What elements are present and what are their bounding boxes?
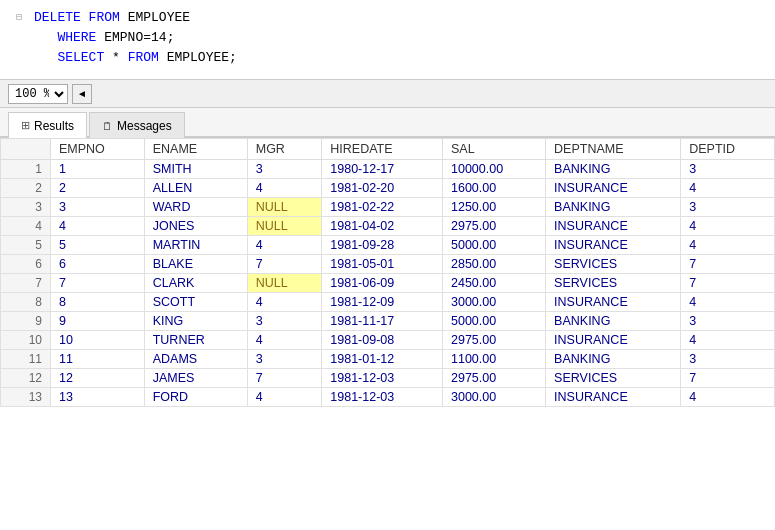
cell-rownum: 10 (1, 331, 51, 350)
cell-sal: 2975.00 (443, 217, 546, 236)
tab-messages[interactable]: 🗒 Messages (89, 112, 185, 138)
cell-hiredate: 1981-02-20 (322, 179, 443, 198)
cell-ename[interactable]: BLAKE (144, 255, 247, 274)
cell-hiredate: 1981-02-22 (322, 198, 443, 217)
cell-ename[interactable]: JONES (144, 217, 247, 236)
cell-empno[interactable]: 13 (51, 388, 145, 407)
cell-hiredate: 1981-01-12 (322, 350, 443, 369)
table-row: 1212JAMES71981-12-032975.00SERVICES7 (1, 369, 775, 388)
cell-sal: 2450.00 (443, 274, 546, 293)
cell-deptid: 7 (681, 255, 775, 274)
results-table: EMPNO ENAME MGR HIREDATE SAL DEPTNAME DE… (0, 138, 775, 407)
cell-empno[interactable]: 11 (51, 350, 145, 369)
cell-empno[interactable]: 10 (51, 331, 145, 350)
cell-rownum: 3 (1, 198, 51, 217)
cell-deptid: 4 (681, 236, 775, 255)
cell-mgr[interactable]: 3 (247, 160, 322, 179)
col-header-sal: SAL (443, 139, 546, 160)
cell-mgr[interactable]: 3 (247, 350, 322, 369)
table-row: 77CLARKNULL1981-06-092450.00SERVICES7 (1, 274, 775, 293)
cell-sal: 1100.00 (443, 350, 546, 369)
tab-messages-label: Messages (117, 119, 172, 133)
cell-sal: 2975.00 (443, 369, 546, 388)
cell-deptname: INSURANCE (546, 179, 681, 198)
cell-empno[interactable]: 4 (51, 217, 145, 236)
tabs-bar: ⊞ Results 🗒 Messages (0, 108, 775, 138)
tab-results[interactable]: ⊞ Results (8, 112, 87, 138)
cell-deptid: 7 (681, 274, 775, 293)
cell-ename[interactable]: MARTIN (144, 236, 247, 255)
cell-mgr[interactable]: 3 (247, 312, 322, 331)
cell-rownum: 8 (1, 293, 51, 312)
table-row: 55MARTIN41981-09-285000.00INSURANCE4 (1, 236, 775, 255)
sql-text[interactable]: WHERE EMPNO=14; (30, 28, 775, 48)
cell-mgr[interactable]: 4 (247, 293, 322, 312)
cell-mgr[interactable]: NULL (247, 217, 322, 236)
cell-mgr[interactable]: 4 (247, 179, 322, 198)
cell-mgr[interactable]: 7 (247, 369, 322, 388)
cell-sal: 3000.00 (443, 293, 546, 312)
cell-mgr[interactable]: 4 (247, 388, 322, 407)
cell-mgr[interactable]: NULL (247, 274, 322, 293)
cell-deptname: BANKING (546, 160, 681, 179)
cell-deptname: INSURANCE (546, 293, 681, 312)
cell-ename[interactable]: FORD (144, 388, 247, 407)
cell-hiredate: 1980-12-17 (322, 160, 443, 179)
cell-deptname: BANKING (546, 312, 681, 331)
cell-ename[interactable]: SMITH (144, 160, 247, 179)
cell-empno[interactable]: 6 (51, 255, 145, 274)
cell-rownum: 1 (1, 160, 51, 179)
cell-empno[interactable]: 5 (51, 236, 145, 255)
cell-ename[interactable]: SCOTT (144, 293, 247, 312)
cell-empno[interactable]: 3 (51, 198, 145, 217)
table-body: 11SMITH31980-12-1710000.00BANKING322ALLE… (1, 160, 775, 407)
cell-deptid: 3 (681, 312, 775, 331)
cell-rownum: 12 (1, 369, 51, 388)
table-row: 88SCOTT41981-12-093000.00INSURANCE4 (1, 293, 775, 312)
zoom-select[interactable]: 100 % 75 % 150 % (8, 84, 68, 104)
cell-sal: 1250.00 (443, 198, 546, 217)
cell-deptid: 4 (681, 179, 775, 198)
cell-deptid: 7 (681, 369, 775, 388)
cell-deptid: 4 (681, 293, 775, 312)
sql-text[interactable]: DELETE FROM EMPLOYEE (30, 8, 775, 28)
cell-hiredate: 1981-04-02 (322, 217, 443, 236)
toolbar: 100 % 75 % 150 % ◄ (0, 80, 775, 108)
cell-rownum: 2 (1, 179, 51, 198)
cell-mgr[interactable]: 7 (247, 255, 322, 274)
cell-ename[interactable]: WARD (144, 198, 247, 217)
cell-ename[interactable]: JAMES (144, 369, 247, 388)
table-row: 99KING31981-11-175000.00BANKING3 (1, 312, 775, 331)
cell-deptid: 4 (681, 388, 775, 407)
cell-sal: 5000.00 (443, 312, 546, 331)
cell-ename[interactable]: TURNER (144, 331, 247, 350)
cell-empno[interactable]: 2 (51, 179, 145, 198)
cell-sal: 3000.00 (443, 388, 546, 407)
cell-mgr[interactable]: 4 (247, 236, 322, 255)
cell-empno[interactable]: 9 (51, 312, 145, 331)
sql-text[interactable]: SELECT * FROM EMPLOYEE; (30, 48, 775, 68)
cell-deptid: 4 (681, 217, 775, 236)
table-header: EMPNO ENAME MGR HIREDATE SAL DEPTNAME DE… (1, 139, 775, 160)
cell-empno[interactable]: 1 (51, 160, 145, 179)
cell-ename[interactable]: KING (144, 312, 247, 331)
cell-empno[interactable]: 8 (51, 293, 145, 312)
collapse-icon[interactable]: ⊟ (16, 8, 22, 28)
table-row: 22ALLEN41981-02-201600.00INSURANCE4 (1, 179, 775, 198)
cell-hiredate: 1981-12-03 (322, 388, 443, 407)
cell-mgr[interactable]: 4 (247, 331, 322, 350)
cell-hiredate: 1981-11-17 (322, 312, 443, 331)
scroll-left-button[interactable]: ◄ (72, 84, 92, 104)
cell-hiredate: 1981-09-08 (322, 331, 443, 350)
cell-deptname: BANKING (546, 350, 681, 369)
cell-mgr[interactable]: NULL (247, 198, 322, 217)
cell-empno[interactable]: 7 (51, 274, 145, 293)
cell-empno[interactable]: 12 (51, 369, 145, 388)
col-header-ename: ENAME (144, 139, 247, 160)
table-row: 1010TURNER41981-09-082975.00INSURANCE4 (1, 331, 775, 350)
cell-ename[interactable]: ALLEN (144, 179, 247, 198)
cell-ename[interactable]: CLARK (144, 274, 247, 293)
cell-sal: 2975.00 (443, 331, 546, 350)
cell-ename[interactable]: ADAMS (144, 350, 247, 369)
col-header-deptid: DEPTID (681, 139, 775, 160)
